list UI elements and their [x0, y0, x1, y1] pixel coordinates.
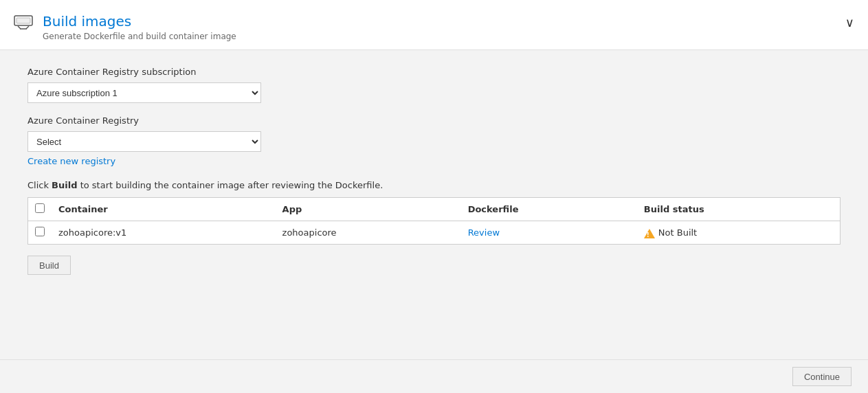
not-built-container: Not Built [644, 227, 833, 238]
info-bold: Build [52, 180, 77, 190]
header-checkbox-cell [28, 198, 52, 221]
build-status-cell: Not Built [637, 221, 841, 245]
row-checkbox-cell [28, 221, 52, 245]
registry-dropdown[interactable]: Select [27, 131, 261, 152]
warning-triangle-icon [644, 229, 655, 238]
header: Build images Generate Dockerfile and bui… [0, 0, 868, 50]
subscription-dropdown[interactable]: Azure subscription 1 [27, 82, 261, 103]
subscription-section: Azure Container Registry subscription Az… [27, 67, 841, 103]
header-text: Build images Generate Dockerfile and bui… [43, 12, 845, 41]
dockerfile-cell: Review [461, 221, 637, 245]
review-link[interactable]: Review [468, 227, 500, 238]
container-cell: zohoapicore:v1 [52, 221, 276, 245]
container-header: Container [52, 198, 276, 221]
build-button-row: Build [27, 256, 841, 275]
page-subtitle: Generate Dockerfile and build container … [43, 32, 845, 41]
page-container: Build images Generate Dockerfile and bui… [0, 0, 868, 393]
info-prefix: Click [27, 180, 52, 190]
not-built-label: Not Built [658, 227, 697, 238]
footer: Continue [0, 359, 868, 393]
info-text: Click Build to start building the contai… [27, 180, 841, 190]
registry-section: Azure Container Registry Select Create n… [27, 115, 841, 166]
select-all-checkbox[interactable] [35, 203, 45, 213]
build-status-header: Build status [637, 198, 841, 221]
subscription-label: Azure Container Registry subscription [27, 67, 841, 77]
server-icon [14, 15, 33, 32]
dockerfile-header: Dockerfile [461, 198, 637, 221]
create-registry-link[interactable]: Create new registry [27, 156, 115, 166]
registry-label: Azure Container Registry [27, 115, 841, 126]
table-header-row: Container App Dockerfile Build status [28, 198, 841, 221]
svg-rect-1 [16, 18, 30, 23]
build-table: Container App Dockerfile Build status zo… [27, 197, 841, 245]
main-content: Azure Container Registry subscription Az… [0, 50, 868, 359]
table-row: zohoapicore:v1 zohoapicore Review Not Bu… [28, 221, 841, 245]
continue-button[interactable]: Continue [792, 367, 852, 386]
app-header: App [276, 198, 461, 221]
row-checkbox[interactable] [35, 227, 45, 236]
build-button[interactable]: Build [27, 256, 71, 275]
info-suffix: to start building the container image af… [78, 180, 383, 190]
page-title: Build images [43, 12, 845, 30]
collapse-chevron-icon[interactable]: ∨ [845, 15, 854, 30]
app-cell: zohoapicore [276, 221, 461, 245]
